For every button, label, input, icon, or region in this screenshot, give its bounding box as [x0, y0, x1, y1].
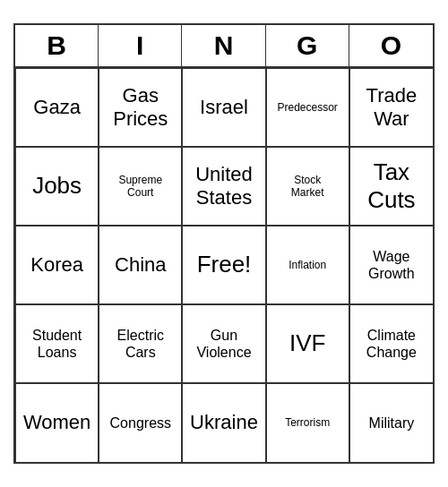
bingo-cell[interactable]: Trade War	[349, 68, 433, 147]
cell-text: Ukraine	[190, 411, 258, 434]
bingo-cell[interactable]: IVF	[266, 304, 349, 383]
cell-text: Gaza	[33, 96, 81, 119]
bingo-cell[interactable]: Predecessor	[266, 68, 349, 147]
bingo-cell[interactable]: Student Loans	[15, 304, 99, 383]
cell-text: Gun Violence	[196, 327, 251, 361]
bingo-cell[interactable]: Climate Change	[349, 304, 433, 383]
bingo-cell[interactable]: Israel	[182, 68, 265, 147]
cell-text: Terrorism	[285, 416, 330, 429]
bingo-cell[interactable]: Stock Market	[266, 147, 349, 226]
cell-text: Women	[23, 411, 90, 434]
header-letter: G	[266, 25, 349, 66]
cell-text: Predecessor	[278, 101, 338, 114]
bingo-cell[interactable]: Congress	[99, 383, 182, 462]
bingo-cell[interactable]: Supreme Court	[99, 147, 182, 226]
bingo-cell[interactable]: Women	[15, 383, 99, 462]
bingo-cell[interactable]: Inflation	[266, 226, 349, 304]
bingo-card: BINGO GazaGas PricesIsraelPredecessorTra…	[13, 23, 435, 464]
cell-text: United States	[195, 163, 253, 210]
cell-text: Tax Cuts	[367, 158, 415, 214]
bingo-cell[interactable]: Tax Cuts	[349, 147, 433, 226]
cell-text: Gas Prices	[113, 84, 168, 132]
header-letter: O	[349, 25, 433, 66]
bingo-header: BINGO	[15, 25, 433, 68]
cell-text: Climate Change	[366, 327, 417, 361]
cell-text: Korea	[30, 253, 83, 277]
bingo-cell[interactable]: Gaza	[15, 68, 99, 147]
cell-text: Jobs	[32, 172, 82, 200]
bingo-cell[interactable]: Jobs	[15, 147, 99, 226]
bingo-cell[interactable]: United States	[182, 147, 265, 226]
cell-text: Supreme Court	[118, 174, 162, 200]
cell-text: Military	[369, 414, 415, 431]
cell-text: Inflation	[289, 259, 326, 271]
bingo-cell[interactable]: Terrorism	[266, 383, 349, 462]
bingo-cell[interactable]: Wage Growth	[349, 226, 433, 304]
bingo-cell[interactable]: Gun Violence	[182, 304, 265, 383]
bingo-cell[interactable]: Free!	[182, 226, 265, 304]
header-letter: I	[99, 25, 182, 66]
header-letter: N	[182, 25, 265, 66]
cell-text: Wage Growth	[368, 248, 415, 282]
bingo-cell[interactable]: China	[99, 226, 182, 304]
cell-text: Free!	[197, 251, 252, 278]
bingo-cell[interactable]: Electric Cars	[99, 304, 182, 383]
cell-text: Trade War	[366, 84, 418, 132]
cell-text: Stock Market	[291, 174, 324, 200]
cell-text: IVF	[289, 329, 325, 357]
cell-text: China	[115, 253, 166, 277]
cell-text: Student Loans	[32, 327, 82, 361]
bingo-grid: GazaGas PricesIsraelPredecessorTrade War…	[15, 68, 433, 462]
header-letter: B	[15, 25, 99, 66]
bingo-cell[interactable]: Gas Prices	[99, 68, 182, 147]
cell-text: Electric Cars	[117, 327, 164, 361]
cell-text: Israel	[200, 96, 248, 119]
bingo-cell[interactable]: Ukraine	[182, 383, 265, 462]
bingo-cell[interactable]: Military	[349, 383, 433, 462]
cell-text: Congress	[110, 414, 171, 431]
bingo-cell[interactable]: Korea	[15, 226, 99, 304]
